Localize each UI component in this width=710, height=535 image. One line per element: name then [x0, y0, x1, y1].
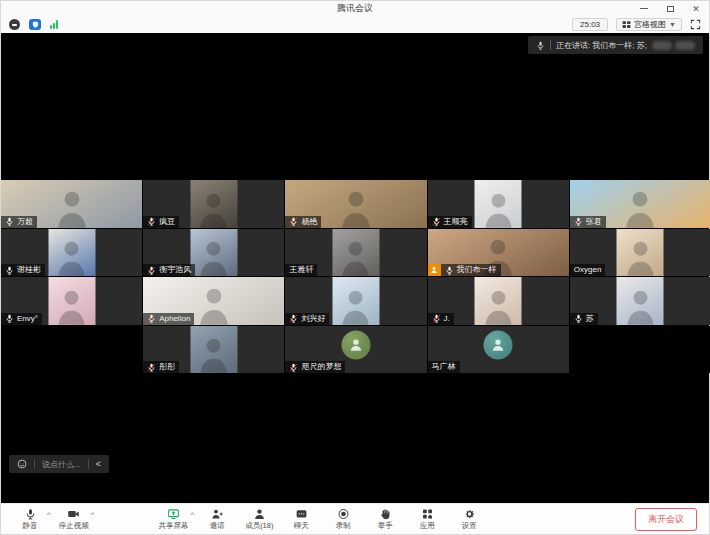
- collapse-chat-button[interactable]: <: [96, 459, 101, 469]
- participant-name: 我们布一样: [457, 265, 497, 275]
- members-icon: [252, 508, 267, 520]
- leave-meeting-button[interactable]: 离开会议: [635, 508, 697, 531]
- participant-tile[interactable]: 万超: [1, 180, 142, 228]
- toolbar-button-share-screen[interactable]: 共享屏幕: [155, 508, 193, 531]
- person-silhouette: [307, 186, 406, 228]
- window-controls: ✕: [639, 1, 701, 16]
- raise-hand-icon: [378, 508, 393, 520]
- toolbar-button-raise-hand[interactable]: 举手: [366, 508, 404, 531]
- participant-video: [617, 229, 664, 277]
- person-silhouette: [591, 186, 690, 228]
- camera-icon: [66, 508, 81, 520]
- participant-label: 谢桂彬: [1, 264, 45, 276]
- participant-tile[interactable]: 衡宇浩风: [143, 229, 284, 277]
- meeting-info-icon[interactable]: [9, 19, 20, 30]
- chevron-up-icon[interactable]: ^: [47, 510, 51, 519]
- participant-name: 杨艳: [301, 217, 317, 227]
- participant-name: 王顺亮: [444, 217, 468, 227]
- toolbar-button-apps[interactable]: 应用: [408, 508, 446, 531]
- participant-name: Aphelion: [159, 314, 190, 324]
- close-button[interactable]: ✕: [691, 4, 701, 14]
- participant-name: 咫尺的梦想: [301, 362, 341, 372]
- participant-label: 彤彤: [143, 361, 179, 373]
- maximize-button[interactable]: [665, 4, 675, 14]
- person-silhouette: [624, 234, 657, 276]
- participant-video: [332, 277, 379, 325]
- participant-tile[interactable]: J.: [428, 277, 569, 325]
- participant-label: Envy°: [1, 313, 42, 325]
- participant-label: 王雅轩: [285, 264, 317, 276]
- label-body: 刘兴好: [285, 313, 329, 325]
- participant-tile[interactable]: 刘兴好: [285, 277, 426, 325]
- participant-tile[interactable]: 苏: [570, 277, 710, 325]
- quick-chat-bar[interactable]: 说点什么... <: [9, 455, 109, 473]
- participant-tile[interactable]: 王顺亮: [428, 180, 569, 228]
- participant-name: Oxygen: [574, 265, 602, 275]
- view-mode-label: 宫格视图: [634, 19, 666, 30]
- label-body: 万超: [1, 216, 37, 228]
- status-bar: 25:03 宫格视图 ▼: [1, 16, 709, 33]
- toolbar-button-label: 邀请: [210, 521, 225, 531]
- mic-muted-icon: [289, 363, 298, 372]
- chat-input-placeholder[interactable]: 说点什么...: [42, 459, 81, 470]
- status-right: 25:03 宫格视图 ▼: [572, 18, 701, 31]
- label-body: 苏: [570, 313, 598, 325]
- microphone-icon: [536, 41, 545, 50]
- microphone-icon: [23, 508, 38, 520]
- participant-tile[interactable]: 彤彤: [143, 326, 284, 374]
- participant-label: Aphelion: [143, 313, 194, 325]
- toolbar-button-record[interactable]: 录制: [324, 508, 362, 531]
- label-body: J.: [428, 313, 454, 325]
- chevron-up-icon[interactable]: ^: [91, 510, 95, 519]
- minimize-button[interactable]: [639, 4, 649, 14]
- toolbar-button-microphone[interactable]: 静音: [11, 508, 49, 531]
- participant-tile[interactable]: 谢桂彬: [1, 229, 142, 277]
- person-silhouette: [22, 186, 121, 228]
- toolbar-button-settings[interactable]: 设置: [450, 508, 488, 531]
- participant-tile[interactable]: 我们布一样: [428, 229, 569, 277]
- participant-avatar: [484, 331, 513, 360]
- meeting-stage: 正在讲话: 我们布一样; 苏; 万超疯豆杨艳王顺亮张君谢桂彬衡宇浩风王雅轩我们布…: [1, 33, 709, 503]
- toolbar-button-label: 共享屏幕: [159, 521, 189, 531]
- toolbar-button-members[interactable]: 成员(18): [240, 508, 278, 531]
- participant-tile[interactable]: 张君: [570, 180, 710, 228]
- label-body: Aphelion: [143, 313, 194, 325]
- security-shield-icon[interactable]: [29, 19, 41, 30]
- label-body: 王顺亮: [428, 216, 472, 228]
- fullscreen-icon[interactable]: [690, 19, 701, 30]
- chevron-up-icon[interactable]: ^: [191, 510, 195, 519]
- participant-tile[interactable]: Aphelion: [143, 277, 284, 325]
- toolbar-button-chat[interactable]: 聊天: [282, 508, 320, 531]
- participant-tile[interactable]: Oxygen: [570, 229, 710, 277]
- toolbar-button-invite[interactable]: 邀请: [198, 508, 236, 531]
- participant-tile[interactable]: 咫尺的梦想: [285, 326, 426, 374]
- participant-tile[interactable]: 马广林: [428, 326, 569, 374]
- view-mode-selector[interactable]: 宫格视图 ▼: [616, 18, 682, 31]
- toolbar-button-label: 成员(18): [245, 521, 273, 531]
- network-signal-icon[interactable]: [50, 20, 58, 29]
- participant-video: [48, 229, 95, 277]
- participant-tile[interactable]: 杨艳: [285, 180, 426, 228]
- mic-muted-icon: [574, 217, 583, 226]
- person-silhouette: [55, 234, 88, 276]
- participant-tile[interactable]: 王雅轩: [285, 229, 426, 277]
- participant-tile[interactable]: Envy°: [1, 277, 142, 325]
- participant-name: 疯豆: [159, 217, 175, 227]
- participant-name: 苏: [586, 314, 594, 324]
- mic-muted-icon: [289, 314, 298, 323]
- participant-label: 张君: [570, 216, 606, 228]
- person-silhouette: [55, 283, 88, 325]
- speaking-banner: 正在讲话: 我们布一样; 苏;: [528, 36, 703, 54]
- participant-label: 万超: [1, 216, 37, 228]
- participant-label: J.: [428, 313, 454, 325]
- person-silhouette: [197, 186, 230, 228]
- participant-label: 苏: [570, 313, 598, 325]
- toolbar-button-label: 举手: [378, 521, 393, 531]
- toolbar-button-camera[interactable]: 停止视频: [55, 508, 93, 531]
- empty-grid-cell: [570, 326, 710, 374]
- participant-name: J.: [444, 314, 450, 324]
- participant-avatar: [341, 331, 370, 360]
- emoji-smiley-icon[interactable]: [17, 459, 27, 469]
- participant-tile[interactable]: 疯豆: [143, 180, 284, 228]
- participant-name: 彤彤: [159, 362, 175, 372]
